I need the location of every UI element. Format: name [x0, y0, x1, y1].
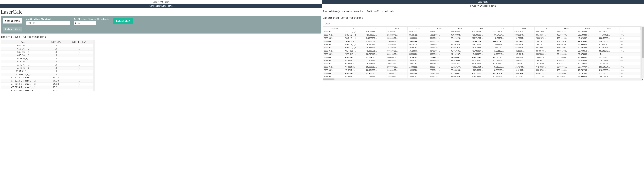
right-panel: LaserCalc Primary Standard data Calculat… — [322, 0, 644, 91]
table-row[interactable]: 2022-05-1…AT-3214-2…12.505598…300468.31…… — [323, 59, 641, 62]
app-title: LaserCalc — [0, 8, 322, 16]
internal-std-table: SpotSiO2 wt%SiO2 1stdev% GSD-1G_-_1101GS… — [1, 40, 93, 91]
right-topbar: LaserCalc — [322, 0, 644, 4]
column-header[interactable]: 51V — [492, 27, 514, 30]
table-row[interactable]: 2022-05-1…AT-3214-2…23.961339…296869.05…… — [323, 69, 641, 72]
table-row[interactable]: GSE-1G_-_1101 — [1, 51, 93, 54]
table-row[interactable]: 2022-05-1…AT-3214-2…29.475328…296869.05…… — [323, 72, 641, 75]
results-table-wrap: timestampSpot7Li29Si31P43Ca45Sc47Ti51V55… — [323, 27, 641, 78]
column-header[interactable]: timestamp — [323, 27, 344, 30]
calculate-button[interactable]: Calculate! — [114, 18, 133, 24]
table-row[interactable]: NIST-612_-_2101 — [1, 73, 93, 76]
table-row[interactable]: BCR-2G_-_1101 — [1, 57, 93, 60]
right-title: Calculating concentrations for LA-ICP-MS… — [322, 8, 644, 15]
table-row[interactable]: 2022-05-1…GSE-1G_-_1425.19833…251028.42…… — [323, 30, 641, 33]
column-header[interactable]: Spot — [344, 27, 365, 30]
table-row[interactable]: AT-3214-2_shard1_-_364.281 — [1, 83, 93, 86]
table-row[interactable]: NIST-612_-_1101 — [1, 70, 93, 73]
table-row[interactable]: 2022-05-1…BCR-2G_-_28.6963692…254300.67…… — [323, 40, 641, 43]
select-caret: × ▾ — [65, 22, 68, 24]
table-row[interactable]: 2022-05-1…BCR-2G_-_18.9327927…254300.67…… — [323, 37, 641, 40]
column-header[interactable]: 66Zn — [556, 27, 577, 30]
column-header[interactable]: 29Si — [386, 27, 408, 30]
internal-std-table-wrap: SpotSiO2 wt%SiO2 1stdev% GSD-1G_-_1101GS… — [1, 40, 95, 91]
table-row[interactable]: GSD-1G_-_1101 — [1, 44, 93, 47]
left-band: Concentrations data — [0, 4, 322, 8]
drift-input[interactable] — [74, 21, 96, 25]
column-header[interactable]: 43Ca — [429, 27, 450, 30]
table-row[interactable]: AT-3214-2_shard2_-_163.511 — [1, 86, 93, 89]
left-panel: LaserTRAM spot Concentrations data Laser… — [0, 0, 322, 91]
table-row[interactable]: 2022-05-1…NIST-612_…39.792119…336106.95…… — [323, 53, 641, 56]
table-row[interactable]: GSD-1G_-_2101 — [1, 47, 93, 51]
results-horizontal-scrollbar[interactable]: ▸ — [323, 78, 643, 81]
controls-panel: Upload Data Upload Stds Calibration Stan… — [1, 16, 321, 34]
column-header[interactable]: 85Rb — [577, 27, 598, 30]
table-row[interactable]: 2022-05-1…GSE-1G_-_2423.33025…251028.42…… — [323, 33, 641, 37]
column-header[interactable]: 31P — [408, 27, 429, 30]
table-row[interactable]: ATHO-G_-_2101 — [1, 67, 93, 70]
calibration-label: Calibration Standard: — [26, 18, 70, 20]
upload-stds-button[interactable]: Upload Stds — [3, 27, 22, 32]
table-row[interactable]: AT-3214-2_shard1_-_264.281 — [1, 79, 93, 83]
column-header[interactable]: 65Cu — [535, 27, 556, 30]
column-header[interactable]: 7Li — [365, 27, 386, 30]
calibration-value: GSD-1G — [28, 22, 35, 24]
table-row[interactable]: AT-3214-2_shard1_-_164.281 — [1, 76, 93, 79]
drift-label: Drift significance threshold: — [74, 18, 109, 20]
column-header[interactable]: 55Mn — [514, 27, 535, 30]
internal-std-title: Internal Std. Concentrations: — [0, 34, 322, 40]
table-row[interactable]: 2022-05-1…AT-3214-2…25.894626…300468.31…… — [323, 56, 641, 59]
upload-data-button[interactable]: Upload Data — [3, 18, 22, 24]
right-band: Primary Standard data — [322, 4, 644, 8]
table-row[interactable]: ATHO-G_-_1101 — [1, 63, 93, 67]
results-vertical-scrollbar[interactable]: ▾ — [641, 27, 644, 78]
table-row[interactable]: BCR-2G_-_2101 — [1, 60, 93, 63]
table-row[interactable]: 2022-05-1…AT-3214-2…23.058813…297850.67…… — [323, 75, 641, 78]
left-topbar: LaserTRAM spot — [0, 0, 322, 4]
export-button[interactable]: Export — [323, 22, 643, 26]
column-header[interactable]: 88Sr — [598, 27, 619, 30]
table-row[interactable]: 2022-05-1…ATHO-G_-_128.690435…353403.14…… — [323, 43, 641, 46]
table-row[interactable]: 2022-05-1…AT-3214-2…15.594128…300468.31…… — [323, 62, 641, 65]
column-header: Spot — [1, 40, 46, 44]
table-row[interactable]: AT-3214-2_shard2_-_263.511 — [1, 89, 93, 91]
column-header: SiO2 1stdev% — [65, 40, 93, 44]
table-row[interactable]: GSE-1G_-_2101 — [1, 54, 93, 57]
table-row[interactable]: 2022-05-1…AT-3214-2…20.610218…296869.05…… — [323, 65, 641, 69]
calibration-select[interactable]: GSD-1G × ▾ — [26, 21, 70, 25]
column-header: SiO2 wt% — [46, 40, 65, 44]
column-header[interactable]: 45Sc — [450, 27, 471, 30]
table-row[interactable]: 2022-05-1…ATHO-G_-_229.387626…353403.14…… — [323, 46, 641, 49]
results-table: timestampSpot7Li29Si31P43Ca45Sc47Ti51V55… — [323, 27, 641, 78]
calc-conc-title: Calculated Concentrations: — [322, 15, 644, 21]
table-row[interactable]: 2022-05-1…NIST-612_…41.226521…336106.95…… — [323, 49, 641, 53]
column-header[interactable]: 47Ti — [471, 27, 492, 30]
